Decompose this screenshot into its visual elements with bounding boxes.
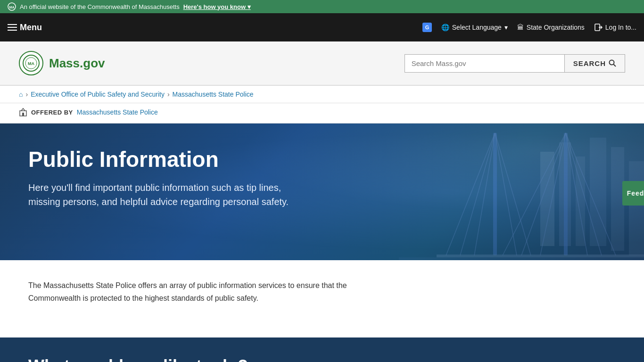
heres-how-link[interactable]: Here's how you know ▾ <box>183 3 251 10</box>
breadcrumb: ⌂ › Executive Office of Public Safety an… <box>0 86 644 103</box>
svg-line-25 <box>495 133 531 255</box>
svg-text:MA: MA <box>9 6 15 9</box>
nav-right: G 🌐 Select Language ▾ 🏛 State Organizati… <box>422 23 636 32</box>
google-translate-icon: G <box>422 23 432 32</box>
svg-rect-16 <box>590 138 606 246</box>
search-button[interactable]: SEARCH <box>565 54 625 73</box>
top-bar: MA An official website of the Commonweal… <box>0 0 644 13</box>
breadcrumb-separator-1: › <box>25 90 28 98</box>
svg-rect-12 <box>22 113 24 116</box>
breadcrumb-separator-2: › <box>167 90 170 98</box>
svg-rect-19 <box>493 133 497 255</box>
hero-content: Public Information Here you'll find impo… <box>28 147 311 209</box>
svg-rect-32 <box>437 255 644 257</box>
home-icon: ⌂ <box>19 90 23 98</box>
ma-seal-icon: MA <box>8 2 16 11</box>
hero-section: Public Information Here you'll find impo… <box>0 123 644 260</box>
login-button[interactable]: Log In to... <box>594 23 636 32</box>
search-input[interactable] <box>405 54 565 73</box>
svg-line-26 <box>503 133 566 255</box>
select-language-button[interactable]: 🌐 Select Language ▾ <box>441 24 508 31</box>
menu-button[interactable]: Menu <box>8 23 42 33</box>
login-icon <box>594 23 603 32</box>
official-text: An official website of the Commonwealth … <box>20 3 180 10</box>
nav-left: Menu <box>8 23 42 33</box>
hero-title: Public Information <box>28 147 311 172</box>
home-breadcrumb[interactable]: ⌂ <box>19 90 23 98</box>
search-icon <box>609 59 616 67</box>
header: MA Mass.gov SEARCH <box>0 41 644 86</box>
svg-line-21 <box>446 133 495 255</box>
what-title: What would you like to do? <box>28 356 616 362</box>
search-bar: SEARCH <box>405 54 625 73</box>
svg-rect-20 <box>564 133 568 255</box>
svg-line-10 <box>614 65 616 67</box>
bridge-illustration <box>399 123 644 260</box>
globe-icon: 🌐 <box>441 24 449 31</box>
what-section: What would you like to do? <box>0 337 644 362</box>
seal-svg: MA <box>22 54 40 72</box>
hero-subtitle: Here you'll find important public inform… <box>28 181 311 209</box>
building-offered-icon <box>19 108 27 116</box>
svg-line-24 <box>495 133 517 255</box>
building-icon: 🏛 <box>517 24 524 31</box>
feedback-tab[interactable]: Feedback <box>622 181 644 206</box>
offered-by-bar: OFFERED BY Massachusetts State Police <box>0 103 644 123</box>
logo-text: Mass.gov <box>49 56 105 71</box>
svg-rect-18 <box>629 161 644 255</box>
offered-by-label: OFFERED BY <box>31 109 73 116</box>
breadcrumb-eopss[interactable]: Executive Office of Public Safety and Se… <box>31 90 165 98</box>
svg-rect-33 <box>399 257 644 260</box>
hamburger-icon <box>8 24 17 31</box>
google-translate-button[interactable]: G <box>422 23 432 32</box>
svg-point-9 <box>610 60 614 65</box>
offered-by-org-link[interactable]: Massachusetts State Police <box>77 108 158 116</box>
svg-text:G: G <box>425 25 429 30</box>
chevron-down-icon: ▾ <box>504 24 508 31</box>
logo-link[interactable]: MA Mass.gov <box>19 51 105 75</box>
nav-bar: Menu G 🌐 Select Language ▾ 🏛 State Organ… <box>0 13 644 41</box>
body-content: The Massachusetts State Police offers an… <box>0 260 566 323</box>
breadcrumb-msp[interactable]: Massachusetts State Police <box>173 90 254 98</box>
body-paragraph: The Massachusetts State Police offers an… <box>28 279 358 304</box>
svg-text:MA: MA <box>28 61 34 66</box>
state-organizations-button[interactable]: 🏛 State Organizations <box>517 24 585 31</box>
mass-seal: MA <box>19 51 43 75</box>
